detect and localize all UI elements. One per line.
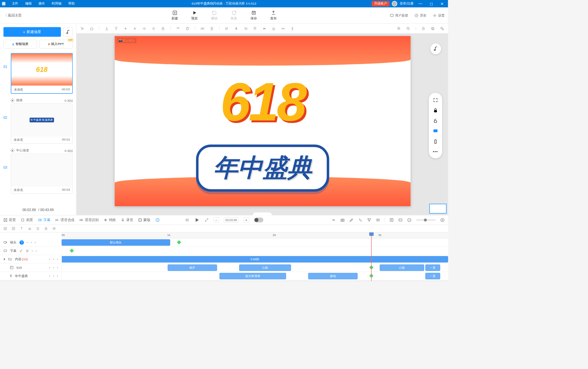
clip-expand[interactable]: 展开 [168,264,217,271]
align-center-h-icon[interactable] [133,27,137,30]
login-link[interactable]: 登录/注册 [400,2,413,6]
link-icon[interactable] [358,218,362,222]
layer-up-icon[interactable] [176,27,180,30]
settings-button[interactable]: 设置 [433,13,445,18]
upgrade-button[interactable]: 升级账户 [372,1,390,6]
new-button[interactable]: 新建 [172,10,178,21]
clip-pulse[interactable]: 脉动 [308,273,358,279]
zoom-out-tl-icon[interactable] [407,218,412,222]
playhead[interactable] [371,232,372,281]
unlock-icon[interactable] [433,118,438,123]
space-v-icon[interactable] [291,27,294,30]
collapse-toggle[interactable]: ⌄ [252,212,272,215]
tab-asr[interactable]: 语音识别 [79,218,98,222]
eye-icon[interactable] [52,227,56,230]
trash-icon[interactable] [36,227,39,230]
cut-icon[interactable] [28,227,31,230]
filter-icon[interactable] [367,218,372,222]
distribute-h-icon[interactable] [201,27,205,30]
minimize-button[interactable]: — [416,2,425,6]
tab-foreground[interactable]: 前景 [21,218,33,222]
align-top-icon[interactable] [114,27,118,30]
scene-item-3[interactable]: 03 未命名00:02 [4,154,73,194]
text-banner[interactable]: 年中盛典 [196,145,329,192]
slide-content[interactable]: 📷 默认镜头 618 年中盛典 [115,36,410,206]
tab-mask[interactable]: 蒙版 [138,218,150,222]
align-right-icon[interactable] [244,27,248,30]
step-back-icon[interactable] [185,218,189,222]
music-float-button[interactable] [430,43,441,54]
scene-transition-2[interactable]: ▶中心渐变0.3(s) [4,147,73,154]
lock-icon[interactable] [161,27,165,30]
zoom-out-icon[interactable] [406,27,410,30]
tab-tts[interactable]: 语音合成 [55,218,74,222]
clip-camera[interactable]: 默认镜头 [62,239,170,246]
canvas-stage[interactable]: 📷 默认镜头 618 年中盛典 ••• ⌄ [76,34,448,215]
timeline-body[interactable]: 0s 1s 2s 3s 镜头? 默认镜头 字幕 ▾内容-[10] 3.58秒 6… [0,232,448,281]
menu-help[interactable]: 帮助 [65,2,78,6]
align-top2-icon[interactable] [253,27,257,30]
play-button[interactable] [194,217,200,223]
cursor-icon[interactable] [80,27,84,30]
adjust-icon[interactable] [376,218,380,222]
redo-button[interactable]: 恢复 [231,10,237,21]
import-icon[interactable] [12,227,15,230]
maximize-button[interactable]: ◻ [427,1,436,6]
publish-button[interactable]: 发布 [270,10,277,21]
keyframe-diamond[interactable] [177,240,181,244]
align-center-v-icon[interactable] [124,27,128,30]
history-button[interactable]: 历史 [415,13,427,18]
tab-background[interactable]: 背景 [4,218,16,222]
clip-heartbeat[interactable]: 心跳 [239,264,291,271]
flip-v-icon[interactable] [152,27,156,30]
align-left-icon[interactable] [225,27,229,30]
music-button[interactable] [63,27,73,37]
align-center-icon[interactable] [234,27,238,30]
clip-loop[interactable]: 一直 [425,264,440,271]
tab-subtitle[interactable]: 字幕 [38,218,50,222]
mobile-icon[interactable] [433,139,438,144]
undo-button[interactable]: 撤销 [211,10,217,21]
scene-transition-1[interactable]: ▶推移0.3(s) [4,97,73,104]
tab-fx[interactable]: 特效 [104,218,116,222]
menu-edit[interactable]: 编辑 [22,2,35,6]
feedback-button[interactable]: 用户反馈 [390,13,408,18]
fullscreen-icon[interactable] [433,98,438,103]
duplicate-icon[interactable] [440,27,444,30]
trash-icon[interactable] [26,249,29,252]
zoom-slider[interactable] [416,219,436,220]
menu-timeline[interactable]: 时间轴 [48,2,65,6]
zoom-in-tl-icon[interactable] [440,218,445,222]
timecode[interactable]: 00:03.58 [224,218,239,222]
chevron-down-icon[interactable]: ▾ [4,257,5,261]
refresh-icon[interactable] [155,218,160,222]
timeline-ruler[interactable]: 0s 1s 2s 3s [62,232,448,238]
new-scene-button[interactable]: +新建场景 [4,27,61,37]
preview-button[interactable]: 预览 [191,10,198,21]
more-icon[interactable]: ••• [433,150,438,153]
align-bottom-icon[interactable] [105,27,109,30]
flip-h-icon[interactable] [142,27,146,30]
scene-item-2[interactable]: 02 年中盛典 钜惠来袭 未命名00:01 [4,104,73,144]
menu-file[interactable]: 文件 [8,2,22,6]
export-icon[interactable] [4,227,7,230]
delete-icon[interactable] [185,27,189,30]
scene-item-1[interactable]: 01 618 未命名00:03 [4,53,73,94]
align-bottom2-icon[interactable] [272,27,276,30]
time-minus[interactable]: − [214,217,219,223]
ai-scene-button[interactable]: ∧智能场景 [4,40,37,49]
expand-icon[interactable] [205,218,208,222]
import-ppt-button[interactable]: P插入PPTVIP [39,40,73,49]
copy-icon[interactable] [431,27,435,30]
lock-tl-icon[interactable] [44,227,48,230]
clip-loop2[interactable]: 一直 [425,273,440,279]
keyframe-diamond[interactable] [70,249,74,253]
space-h-icon[interactable] [281,27,285,30]
lock-closed-icon[interactable] [433,108,438,113]
back-button[interactable]: 〈 返回主页 [4,13,22,18]
home-icon[interactable] [90,27,94,30]
edit-icon[interactable] [19,249,23,252]
clip-bounce[interactable]: 放大弹弹弹 [219,273,286,279]
camera-icon[interactable] [340,218,345,222]
add-frame-icon[interactable] [389,218,394,222]
